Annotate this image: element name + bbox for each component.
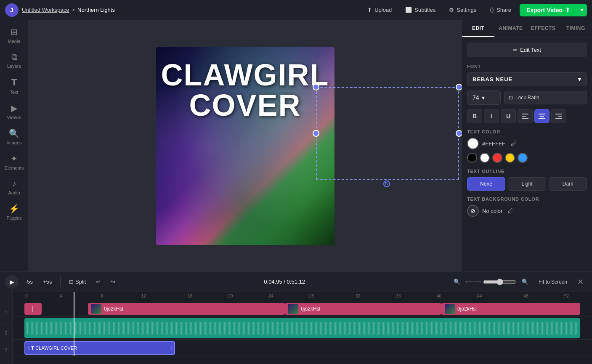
current-time: 0:04.95 bbox=[264, 279, 282, 285]
edit-text-button[interactable]: ✏ Edit Text bbox=[467, 43, 587, 57]
export-group: Export Video ⬆ ▾ bbox=[520, 4, 587, 16]
bg-eyedropper-button[interactable]: 🖊 bbox=[506, 205, 516, 216]
project-name: Northern Lights bbox=[77, 7, 115, 13]
video-clip-2[interactable]: 0jo2kHsl bbox=[285, 303, 441, 315]
track-label-ruler bbox=[0, 292, 12, 301]
clip-label-2: 0jo2kHsl bbox=[301, 306, 320, 312]
preset-yellow[interactable] bbox=[505, 153, 515, 163]
redo-button[interactable]: ↪ bbox=[107, 277, 119, 287]
video-clip-3[interactable]: 0jo2kHsl bbox=[441, 303, 580, 315]
sidebar-item-videos[interactable]: ▶ Videos bbox=[2, 100, 27, 123]
track-labels: 1 2 3 bbox=[0, 292, 13, 364]
plus5-button[interactable]: +5s bbox=[40, 277, 55, 287]
canvas-image[interactable]: CLAWGIRL COVER bbox=[156, 47, 334, 245]
play-button[interactable]: ▶ bbox=[5, 275, 19, 289]
tick-0: :0 bbox=[24, 294, 28, 298]
align-right-button[interactable] bbox=[551, 109, 566, 123]
svg-rect-2 bbox=[522, 118, 528, 119]
preset-white[interactable] bbox=[480, 153, 490, 163]
breadcrumb: Untitled Workspace > Northern Lights bbox=[22, 7, 115, 13]
align-left-button[interactable] bbox=[518, 109, 533, 123]
color-row: #FFFFFF 🖊 bbox=[467, 138, 587, 149]
tick-12: :12 bbox=[140, 294, 146, 298]
tab-timing[interactable]: TIMING bbox=[560, 20, 592, 37]
italic-button[interactable]: I bbox=[484, 109, 499, 123]
fit-to-screen-button[interactable]: Fit to Screen bbox=[535, 277, 571, 287]
close-icon: ✕ bbox=[577, 278, 584, 286]
align-center-button[interactable] bbox=[534, 109, 550, 123]
zoom-in-icon[interactable]: 🔍 bbox=[518, 277, 532, 287]
main-layout: ⊞ Media ⧉ Layers T Text ▶ Videos 🔍 Image… bbox=[0, 20, 592, 271]
split-button[interactable]: ⊡ Split bbox=[66, 277, 89, 287]
canvas-text-line1: CLAWGIRL bbox=[161, 60, 329, 90]
sidebar-item-layers[interactable]: ⧉ Layers bbox=[2, 49, 27, 72]
preset-black[interactable] bbox=[467, 153, 477, 163]
zoom-out-icon[interactable]: 🔍 bbox=[450, 277, 464, 287]
timeline-controls: ▶ -5s +5s ⊡ Split ↩ ↪ 0:04.95 / 0:51.12 … bbox=[0, 272, 592, 292]
tab-edit[interactable]: EDIT bbox=[462, 20, 494, 37]
sidebar-label-layers: Layers bbox=[7, 64, 21, 69]
handle-rotate[interactable]: ↻ bbox=[383, 181, 390, 187]
audio-clip[interactable] bbox=[24, 318, 581, 338]
playhead-track3 bbox=[74, 340, 74, 356]
zoom-slider[interactable] bbox=[483, 279, 517, 285]
outline-light-button[interactable]: Light bbox=[508, 177, 546, 191]
lock-ratio-button[interactable]: ⊡ Lock Ratio bbox=[504, 91, 587, 104]
bold-button[interactable]: B bbox=[467, 109, 482, 123]
underline-button[interactable]: U bbox=[501, 109, 516, 123]
panel-content: ✏ Edit Text FONT BEBAS NEUE ▾ 74 ▾ ⊡ Loc… bbox=[462, 37, 592, 225]
upload-label: Upload bbox=[374, 7, 392, 13]
close-timeline-button[interactable]: ✕ bbox=[574, 276, 587, 288]
font-select[interactable]: BEBAS NEUE ▾ bbox=[467, 72, 587, 86]
export-dropdown-button[interactable]: ▾ bbox=[577, 4, 587, 16]
handle-mid-right[interactable] bbox=[456, 130, 462, 137]
export-button[interactable]: Export Video ⬆ bbox=[520, 4, 577, 16]
sidebar-item-text[interactable]: T Text bbox=[2, 74, 27, 98]
svg-rect-0 bbox=[522, 114, 528, 114]
settings-label: Settings bbox=[457, 7, 476, 13]
sidebar-item-elements[interactable]: ✦ Elements bbox=[2, 150, 27, 174]
handle-top-left[interactable] bbox=[313, 84, 319, 90]
tab-animate[interactable]: ANIMATE bbox=[494, 20, 527, 37]
sidebar-item-media[interactable]: ⊞ Media bbox=[2, 24, 27, 47]
handle-top-right[interactable] bbox=[456, 84, 462, 90]
tick-28: :28 bbox=[308, 294, 314, 298]
workspace-link[interactable]: Untitled Workspace bbox=[22, 7, 69, 13]
sidebar-item-images[interactable]: 🔍 Images bbox=[2, 125, 27, 149]
video-clip-1[interactable]: 0jo2kHsl bbox=[88, 303, 285, 315]
text-clip-icon-1: | bbox=[29, 346, 30, 351]
settings-button[interactable]: ⚙ Settings bbox=[444, 4, 481, 16]
video-clip-start[interactable]: | bbox=[24, 303, 42, 315]
total-time: 0:51.12 bbox=[287, 279, 305, 285]
minus5-button[interactable]: -5s bbox=[22, 277, 36, 287]
text-clip[interactable]: | T CLAWGIRL COVER | bbox=[24, 341, 175, 355]
handle-mid-left[interactable] bbox=[313, 130, 319, 137]
eyedropper-button[interactable]: 🖊 bbox=[509, 138, 519, 149]
sidebar-item-audio[interactable]: ♪ Audio bbox=[2, 175, 27, 199]
preset-red[interactable] bbox=[492, 153, 502, 163]
text-color-swatch[interactable] bbox=[467, 138, 479, 149]
sidebar-label-audio: Audio bbox=[8, 190, 20, 195]
outline-none-button[interactable]: None bbox=[467, 177, 505, 191]
font-name: BEBAS NEUE bbox=[473, 76, 512, 82]
tick-36: :36 bbox=[395, 294, 401, 298]
playhead-track2 bbox=[74, 316, 74, 339]
playhead bbox=[74, 292, 74, 301]
share-button[interactable]: ⟨⟩ Share bbox=[485, 4, 516, 16]
undo-button[interactable]: ↩ bbox=[93, 277, 104, 287]
preset-blue[interactable] bbox=[518, 153, 528, 163]
subtitles-button[interactable]: ⬜ Subtitles bbox=[400, 4, 441, 16]
upload-icon: ⬆ bbox=[367, 7, 372, 13]
sidebar-item-plugins[interactable]: ⚡ Plugins bbox=[2, 200, 27, 224]
playhead-track1 bbox=[74, 301, 74, 316]
canvas-area: CLAWGIRL COVER ↻ bbox=[29, 20, 462, 271]
tab-effects[interactable]: EFFECTS bbox=[527, 20, 560, 37]
font-size-box[interactable]: 74 ▾ bbox=[467, 90, 501, 105]
no-color-swatch[interactable]: ⊘ bbox=[467, 205, 479, 217]
svg-rect-4 bbox=[540, 116, 544, 117]
time-ruler: :0 :4 :8 :12 :16 :20 :24 :28 :32 :36 :40… bbox=[13, 292, 592, 301]
videos-icon: ▶ bbox=[11, 103, 17, 113]
outline-dark-button[interactable]: Dark bbox=[549, 177, 587, 191]
subtitles-label: Subtitles bbox=[414, 7, 435, 13]
upload-button[interactable]: ⬆ Upload bbox=[362, 4, 397, 16]
